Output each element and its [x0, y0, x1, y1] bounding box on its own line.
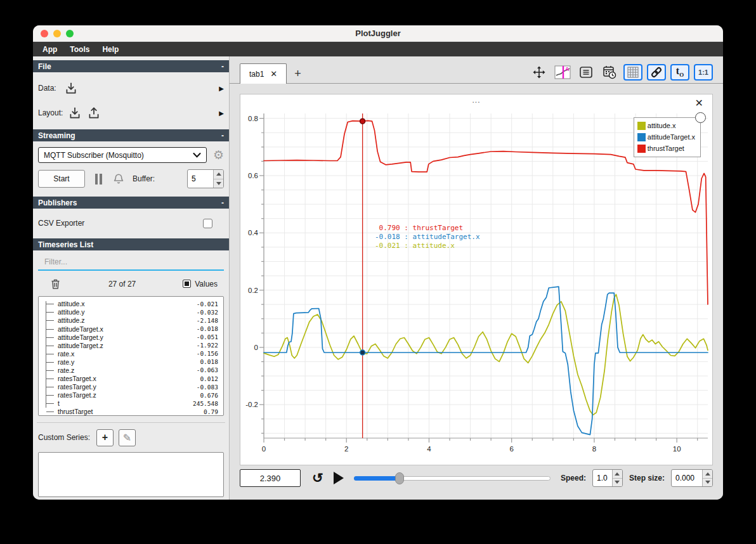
buffer-label: Buffer:	[133, 174, 155, 183]
list-item[interactable]: rate.z-0.063	[40, 366, 221, 374]
filter-input[interactable]	[44, 257, 218, 266]
load-data-icon[interactable]	[64, 81, 78, 95]
add-custom-series-button[interactable]: +	[96, 429, 114, 446]
menu-tools[interactable]: Tools	[64, 44, 95, 55]
svg-text:0.4: 0.4	[248, 229, 259, 236]
svg-text:A: A	[565, 66, 570, 72]
calendar-clock-tool-icon[interactable]	[600, 64, 619, 81]
step-size-value: 0.000	[672, 470, 702, 486]
series-name: attitude.z	[58, 316, 85, 324]
section-publishers-label: Publishers	[38, 198, 77, 207]
layout-menu-arrow-icon[interactable]: ▶	[219, 110, 224, 117]
section-streaming[interactable]: Streaming -	[33, 129, 229, 141]
buffer-spinbox[interactable]: 5	[187, 169, 224, 188]
list-item[interactable]: attitude.x-0.021	[40, 300, 221, 308]
divider	[37, 422, 225, 423]
titlebar: PlotJuggler	[33, 25, 723, 42]
collapse-icon[interactable]: -	[221, 198, 224, 207]
buffer-up-button[interactable]	[214, 170, 223, 179]
series-name: rate.x	[58, 350, 74, 358]
section-file[interactable]: File -	[33, 60, 229, 72]
speed-up-button[interactable]	[613, 470, 622, 479]
series-name: attitude.y	[58, 308, 85, 316]
menubar: App Tools Help	[33, 42, 723, 56]
close-plot-icon[interactable]: ✕	[695, 97, 703, 109]
buffer-down-button[interactable]	[214, 179, 223, 188]
menu-app[interactable]: App	[37, 44, 63, 55]
legend-handle-icon[interactable]	[695, 112, 706, 123]
list-tool-icon[interactable]	[577, 64, 596, 81]
list-item[interactable]: attitudeTarget.z-1.922	[40, 341, 221, 349]
legend-item[interactable]: thrustTarget	[637, 143, 695, 154]
ratio-1-1-tool-icon[interactable]: 1:1	[694, 64, 713, 81]
speed-spinbox[interactable]: 1.0	[592, 469, 623, 487]
list-item[interactable]: ratesTarget.z0.676	[40, 391, 221, 399]
speed-down-button[interactable]	[613, 479, 622, 487]
csv-exporter-checkbox[interactable]	[203, 219, 212, 228]
list-item[interactable]: rate.x-0.156	[40, 349, 221, 358]
legend-label: attitudeTarget.x	[648, 133, 695, 141]
tab-close-icon[interactable]: ✕	[270, 69, 277, 79]
time-slider[interactable]	[354, 472, 551, 484]
gear-icon[interactable]: ⚙	[213, 148, 224, 162]
step-down-button[interactable]	[703, 479, 712, 487]
tab-tab1[interactable]: tab1 ✕	[240, 63, 287, 84]
load-layout-icon[interactable]	[68, 106, 82, 120]
legend-item[interactable]: attitude.x	[637, 120, 695, 131]
list-item[interactable]: attitude.y-0.032	[40, 308, 221, 316]
move-tool-icon[interactable]	[530, 64, 549, 81]
series-name: attitude.x	[58, 300, 85, 308]
section-timeseries[interactable]: Timeseries List	[33, 238, 229, 250]
step-size-spinbox[interactable]: 0.000	[671, 469, 713, 487]
play-button[interactable]	[334, 472, 344, 484]
edit-custom-series-button[interactable]: ✎	[119, 429, 136, 446]
grid-layout-tool-icon[interactable]	[623, 64, 642, 81]
values-checkbox[interactable]	[183, 280, 191, 288]
list-item[interactable]: attitudeTarget.y-0.051	[40, 333, 221, 341]
series-count: 27 of 27	[108, 280, 136, 288]
slider-handle[interactable]	[395, 472, 404, 484]
data-label: Data:	[38, 84, 56, 93]
save-layout-icon[interactable]	[87, 106, 101, 120]
legend-item[interactable]: attitudeTarget.x	[637, 131, 695, 143]
menu-help[interactable]: Help	[96, 44, 124, 55]
list-item[interactable]: ratesTarget.y-0.083	[40, 383, 221, 391]
streaming-source-value: MQTT Subscriber (Mosquitto)	[44, 151, 144, 160]
series-name: ratesTarget.x	[58, 375, 96, 382]
trash-icon[interactable]	[49, 278, 62, 290]
t0-tool-icon[interactable]: tO	[670, 64, 689, 81]
loop-icon[interactable]: ↺	[312, 470, 323, 486]
bell-icon[interactable]	[112, 172, 125, 185]
csv-exporter-label: CSV Exporter	[38, 219, 84, 228]
plot-legend[interactable]: attitude.xattitudeTarget.xthrustTarget	[634, 117, 701, 157]
step-up-button[interactable]	[703, 470, 712, 479]
section-streaming-label: Streaming	[38, 131, 75, 140]
section-publishers[interactable]: Publishers -	[33, 197, 229, 209]
time-input[interactable]: 2.390	[240, 469, 301, 487]
list-item[interactable]: rate.y0.018	[40, 358, 221, 366]
data-row: Data: ▶	[38, 79, 224, 97]
list-item[interactable]: t245.548	[40, 399, 221, 408]
link-tool-icon[interactable]	[647, 64, 666, 81]
custom-series-list[interactable]	[38, 452, 224, 497]
tab-label: tab1	[249, 70, 264, 79]
list-item[interactable]: ratesTarget.x0.012	[40, 375, 221, 383]
data-menu-arrow-icon[interactable]: ▶	[219, 85, 224, 92]
timeseries-list: attitude.x-0.021attitude.y-0.032attitude…	[38, 296, 224, 416]
start-button[interactable]: Start	[38, 170, 85, 188]
list-item[interactable]: attitude.z-2.148	[40, 316, 221, 325]
dock-handle[interactable]: ...	[240, 96, 712, 105]
streaming-source-select[interactable]: MQTT Subscriber (Mosquitto)	[38, 147, 207, 163]
add-tab-button[interactable]: +	[294, 67, 301, 81]
collapse-icon[interactable]: -	[221, 131, 224, 140]
series-name: ratesTarget.z	[58, 391, 96, 399]
series-value: 0.676	[200, 392, 221, 399]
collapse-icon[interactable]: -	[221, 62, 224, 71]
pause-icon[interactable]	[95, 174, 102, 185]
window-title: PlotJuggler	[33, 29, 723, 38]
list-item[interactable]: attitudeTarget.x-0.018	[40, 325, 221, 333]
transport-bar: 2.390 ↺ Speed: 1.0 Step size: 0.000	[240, 467, 713, 489]
zoom-annotation-tool-icon[interactable]: A	[553, 64, 572, 81]
list-item[interactable]: thrustTarget0.79	[40, 408, 221, 416]
layout-row: Layout: ▶	[38, 104, 224, 122]
